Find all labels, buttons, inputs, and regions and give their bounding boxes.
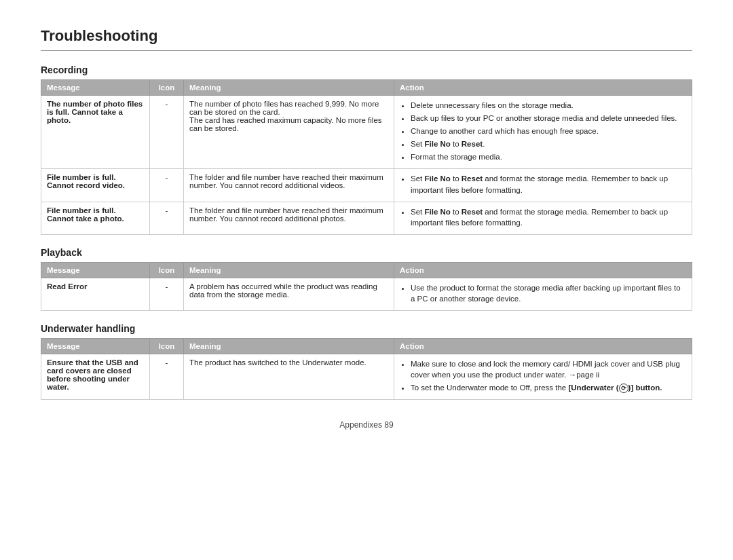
col-header-icon: Icon — [150, 339, 184, 354]
col-header-icon: Icon — [150, 262, 184, 278]
col-header-action: Action — [394, 339, 692, 354]
table-underwater: MessageIconMeaningActionEnsure that the … — [41, 338, 692, 400]
cell-meaning: The product has switched to the Underwat… — [184, 354, 394, 400]
footer-text: Appendixes 89 — [41, 420, 692, 430]
action-item: Make sure to close and lock the memory c… — [411, 358, 686, 380]
table-playback: MessageIconMeaningActionRead Error-A pro… — [41, 262, 692, 311]
section-heading-underwater: Underwater handling — [41, 323, 692, 334]
section-heading-playback: Playback — [41, 247, 692, 258]
cell-meaning: A problem has occurred while the product… — [184, 278, 394, 310]
col-header-message: Message — [41, 262, 150, 278]
cell-action: Delete unnecessary files on the storage … — [394, 96, 692, 169]
cell-message: Read Error — [41, 278, 150, 310]
table-row: File number is full. Cannot take a photo… — [41, 202, 692, 234]
table-row: The number of photo files is full. Canno… — [41, 96, 692, 169]
action-item: Back up files to your PC or another stor… — [411, 113, 686, 124]
table-row: File number is full. Cannot record video… — [41, 169, 692, 202]
section-heading-recording: Recording — [41, 64, 692, 75]
cell-message: Ensure that the USB and card covers are … — [41, 354, 150, 400]
cell-action: Set File No to Reset and format the stor… — [394, 169, 692, 202]
cell-meaning: The folder and file number have reached … — [184, 169, 394, 202]
cell-action: Set File No to Reset and format the stor… — [394, 202, 692, 234]
cell-icon: - — [150, 96, 184, 169]
cell-icon: - — [150, 202, 184, 234]
action-item: Format the storage media. — [411, 151, 686, 162]
cell-icon: - — [150, 278, 184, 310]
content-area: RecordingMessageIconMeaningActionThe num… — [41, 64, 692, 400]
col-header-action: Action — [394, 262, 692, 278]
action-item: Set File No to Reset and format the stor… — [411, 206, 686, 228]
col-header-message: Message — [41, 80, 150, 96]
table-row: Ensure that the USB and card covers are … — [41, 354, 692, 400]
cell-action: Make sure to close and lock the memory c… — [394, 354, 692, 400]
action-item: Use the product to format the storage me… — [411, 282, 686, 304]
action-item: Change to another card which has enough … — [411, 126, 686, 136]
col-header-message: Message — [41, 339, 150, 354]
cell-message: The number of photo files is full. Canno… — [41, 96, 150, 169]
cell-icon: - — [150, 354, 184, 400]
col-header-icon: Icon — [150, 80, 184, 96]
cell-meaning: The number of photo files has reached 9,… — [184, 96, 394, 169]
col-header-action: Action — [394, 80, 692, 96]
action-item: Set File No to Reset and format the stor… — [411, 173, 686, 195]
col-header-meaning: Meaning — [184, 80, 394, 96]
col-header-meaning: Meaning — [184, 262, 394, 278]
col-header-meaning: Meaning — [184, 339, 394, 354]
cell-meaning: The folder and file number have reached … — [184, 202, 394, 234]
table-recording: MessageIconMeaningActionThe number of ph… — [41, 79, 692, 235]
action-item: Set File No to Reset. — [411, 138, 686, 149]
action-item: To set the Underwater mode to Off, press… — [411, 382, 686, 393]
action-item: Delete unnecessary files on the storage … — [411, 100, 686, 111]
cell-icon: - — [150, 169, 184, 202]
cell-message: File number is full. Cannot take a photo… — [41, 202, 150, 234]
table-row: Read Error-A problem has occurred while … — [41, 278, 692, 310]
page-title: Troubleshooting — [41, 27, 692, 51]
cell-action: Use the product to format the storage me… — [394, 278, 692, 310]
underwater-icon: ⟳ — [619, 384, 628, 393]
cell-message: File number is full. Cannot record video… — [41, 169, 150, 202]
